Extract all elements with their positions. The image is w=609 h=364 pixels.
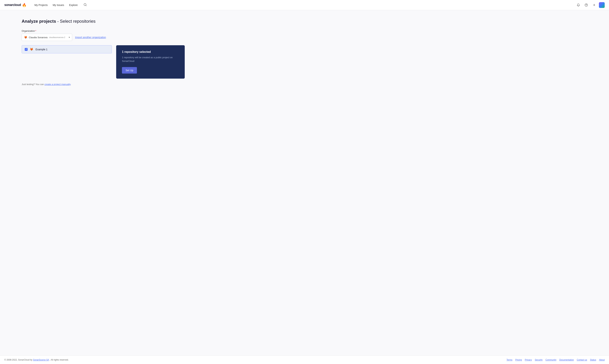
selection-panel: 1 repository selected 1 repository will … [116,45,185,78]
org-select-display: 🦊 Claudia Sonarova claudiasonarova-2 [24,36,65,39]
content-row: ✓ 🦊 Example 1 1 repository selected 1 re… [22,45,587,78]
repository-item[interactable]: ✓ 🦊 Example 1 [22,45,112,53]
sonarsource-link[interactable]: SonarSource SA [33,359,49,361]
footer-about[interactable]: About [599,359,605,361]
main-nav: My Projects My Issues Explore [32,2,575,8]
header: sonarcloud 🔥 My Projects My Issues Explo… [0,0,609,10]
help-button[interactable] [583,2,590,8]
copyright: © 2008-2022, SonarCloud by SonarSource S… [4,359,68,361]
create-project-manually-link[interactable]: create a project manually [45,83,70,86]
nav-my-projects[interactable]: My Projects [32,2,50,8]
footer-status[interactable]: Status [590,359,596,361]
gitlab-repo-icon: 🦊 [30,48,33,51]
footer-documentation[interactable]: Documentation [559,359,574,361]
selection-title: 1 repository selected [122,50,179,53]
organization-section: Organization * 🦊 Claudia Sonarova claudi… [22,30,587,41]
footer-security[interactable]: Security [535,359,543,361]
footer-links: Terms Pricing Privacy Security Community… [506,359,605,361]
org-row: 🦊 Claudia Sonarova claudiasonarova-2 ▾ I… [22,34,587,41]
footer-privacy[interactable]: Privacy [525,359,532,361]
logo-text: sonarcloud [4,3,21,7]
org-slug: claudiasonarova-2 [49,36,65,39]
selection-description: 1 repository will be created as a public… [122,56,179,63]
repo-name: Example 1 [36,48,47,51]
main-content: Analyze projects - Select repositories O… [0,10,609,355]
svg-line-1 [86,5,86,6]
setup-button[interactable]: Set Up [122,67,137,74]
footer-contact-us[interactable]: Contact us [577,359,587,361]
organization-dropdown[interactable]: 🦊 Claudia Sonarova claudiasonarova-2 ▾ [22,34,72,41]
page-title: Analyze projects - Select repositories [22,19,587,24]
manual-prefix: Just testing? You can [22,83,44,86]
nav-explore[interactable]: Explore [67,2,80,8]
nav-my-issues[interactable]: My Issues [51,2,66,8]
org-label: Organization * [22,30,587,32]
copyright-end: . All rights reserved. [50,359,68,361]
repository-list: ✓ 🦊 Example 1 [22,45,112,53]
user-avatar[interactable] [599,2,605,8]
checkmark-icon: ✓ [26,48,27,51]
manual-suffix: . [70,83,71,86]
org-name: Claudia Sonarova [29,36,47,39]
required-indicator: * [35,30,36,32]
search-button[interactable] [82,2,88,8]
repo-checkbox[interactable]: ✓ [25,48,27,51]
gitlab-org-icon: 🦊 [24,36,27,39]
import-org-link[interactable]: Import another organization [75,36,106,39]
logo-icon: 🔥 [22,3,26,7]
add-button[interactable]: + [591,2,597,8]
chevron-down-icon: ▾ [69,36,70,39]
notifications-button[interactable] [575,2,582,8]
logo[interactable]: sonarcloud 🔥 [4,3,26,7]
header-actions: + [575,2,605,8]
copyright-text: © 2008-2022, SonarCloud by [4,359,32,361]
manual-link-row: Just testing? You can create a project m… [22,83,587,86]
footer-terms[interactable]: Terms [506,359,513,361]
footer: © 2008-2022, SonarCloud by SonarSource S… [0,355,609,364]
footer-community[interactable]: Community [545,359,556,361]
footer-pricing[interactable]: Pricing [515,359,522,361]
